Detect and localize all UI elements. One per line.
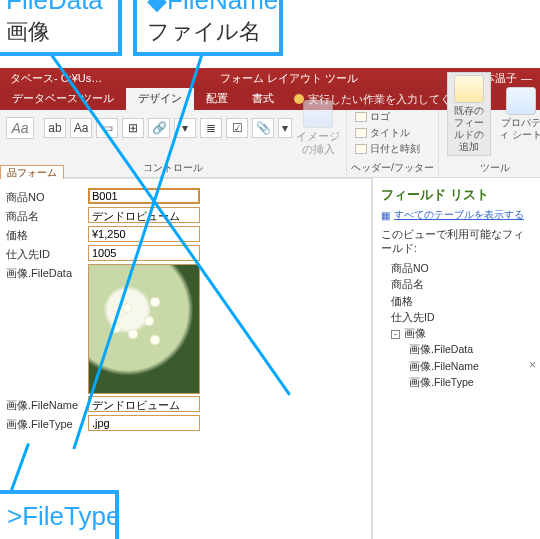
hf-title-button[interactable]: タイトル bbox=[355, 126, 420, 140]
contextual-tool-title: フォーム レイアウト ツール bbox=[112, 71, 465, 86]
open-form-tab[interactable]: 品フォーム bbox=[0, 165, 64, 179]
controls-gallery-more-icon[interactable]: ▾ bbox=[278, 118, 292, 138]
title-icon bbox=[355, 128, 367, 138]
form-design-surface[interactable]: 商品NO B001 商品名 デンドロビューム 価格 ¥1,250 仕入先ID 1… bbox=[0, 178, 372, 539]
hf-title-label: タイトル bbox=[370, 126, 410, 140]
tables-icon: ▦ bbox=[381, 210, 390, 221]
label-supplier[interactable]: 仕入先ID bbox=[6, 245, 88, 262]
add-field-icon bbox=[454, 75, 484, 103]
field-item-image-label: 画像 bbox=[404, 327, 426, 339]
available-fields-heading: このビューで利用可能なフィールド: bbox=[381, 228, 532, 256]
field-item-image-parent[interactable]: -画像 bbox=[391, 325, 532, 341]
callout-filedata: FileData 画像 bbox=[0, 0, 122, 56]
property-sheet-label: プロパティ シート bbox=[499, 117, 540, 141]
control-textbox-icon[interactable]: ab bbox=[44, 118, 66, 138]
field-list-pane: × フィールド リスト ▦ すべてのテーブルを表示する このビューで利用可能なフ… bbox=[372, 178, 540, 539]
label-img-filename[interactable]: 画像.FileName bbox=[6, 396, 88, 413]
tree-collapse-icon[interactable]: - bbox=[391, 330, 400, 339]
label-img-filetype[interactable]: 画像.FileType bbox=[6, 415, 88, 432]
label-img-filedata[interactable]: 画像.FileData bbox=[6, 264, 88, 281]
group-tools-caption: ツール bbox=[439, 160, 540, 177]
callout-b-line1: ◆FileName bbox=[147, 0, 269, 18]
control-label-icon[interactable]: Aa bbox=[70, 118, 92, 138]
insert-image-label: イメージの挿入 bbox=[296, 130, 340, 156]
callout-a-line1: FileData bbox=[6, 0, 108, 18]
hf-logo-label: ロゴ bbox=[370, 110, 390, 124]
control-link-icon[interactable]: 🔗 bbox=[148, 118, 170, 138]
control-attachment-icon[interactable]: 📎 bbox=[252, 118, 274, 138]
callout-c-line1: >FileType bbox=[7, 500, 105, 534]
field-item-image-filetype[interactable]: 画像.FileType bbox=[391, 374, 532, 390]
callout-filetype: >FileType bbox=[0, 490, 119, 539]
insert-image-button[interactable]: イメージの挿入 bbox=[296, 100, 340, 156]
label-product-no[interactable]: 商品NO bbox=[6, 188, 88, 205]
field-list-title: フィールド リスト bbox=[381, 186, 532, 204]
open-form-tab-label: 品フォーム bbox=[7, 167, 57, 178]
font-sample-icon[interactable]: Aa bbox=[6, 117, 34, 139]
field-item-no[interactable]: 商品NO bbox=[391, 260, 532, 276]
show-all-tables-link[interactable]: ▦ すべてのテーブルを表示する bbox=[381, 208, 532, 222]
field-img-filename[interactable]: デンドロビューム1.jpg bbox=[88, 396, 200, 412]
flower-photo-placeholder bbox=[89, 265, 199, 393]
control-tab-icon[interactable]: ⊞ bbox=[122, 118, 144, 138]
logo-icon bbox=[355, 112, 367, 122]
hf-datetime-label: 日付と時刻 bbox=[370, 142, 420, 156]
field-supplier[interactable]: 1005 bbox=[88, 245, 200, 261]
field-img-filetype[interactable]: .jpg bbox=[88, 415, 200, 431]
callout-b-line2: ファイル名 bbox=[147, 18, 269, 47]
add-existing-fields-button[interactable]: 既存のフィールドの追加 bbox=[447, 72, 491, 156]
control-listbox-icon[interactable]: ≣ bbox=[200, 118, 222, 138]
callout-a-line2: 画像 bbox=[6, 18, 108, 47]
db-filename: タベース- C:¥Us… bbox=[0, 71, 112, 86]
field-item-image-filename[interactable]: 画像.FileName bbox=[391, 358, 532, 374]
field-product-name[interactable]: デンドロビューム bbox=[88, 207, 200, 223]
datetime-icon bbox=[355, 144, 367, 154]
show-all-tables-label: すべてのテーブルを表示する bbox=[394, 208, 524, 222]
control-checkbox-icon[interactable]: ☑ bbox=[226, 118, 248, 138]
group-hf-caption: ヘッダー/フッター bbox=[347, 160, 438, 177]
field-item-name[interactable]: 商品名 bbox=[391, 276, 532, 292]
ribbon: Aa ab Aa ▭ ⊞ 🔗 ▾ ≣ ☑ 📎 ▾ イメージの挿入 コントロール … bbox=[0, 110, 540, 178]
hf-datetime-button[interactable]: 日付と時刻 bbox=[355, 142, 420, 156]
field-item-supplier[interactable]: 仕入先ID bbox=[391, 309, 532, 325]
add-existing-label: 既存のフィールドの追加 bbox=[450, 105, 488, 153]
close-pane-icon[interactable]: × bbox=[529, 358, 536, 372]
label-price[interactable]: 価格 bbox=[6, 226, 88, 243]
field-item-image-filedata[interactable]: 画像.FileData bbox=[391, 341, 532, 357]
property-sheet-button[interactable]: プロパティ シート bbox=[499, 87, 540, 141]
property-sheet-icon bbox=[506, 87, 536, 115]
field-item-price[interactable]: 価格 bbox=[391, 293, 532, 309]
hf-logo-button[interactable]: ロゴ bbox=[355, 110, 420, 124]
image-icon bbox=[303, 100, 333, 128]
field-list-tree: 商品NO 商品名 価格 仕入先ID -画像 画像.FileData 画像.Fil… bbox=[381, 260, 532, 390]
callout-filename: ◆FileName ファイル名 bbox=[133, 0, 283, 56]
field-img-filedata[interactable] bbox=[88, 264, 200, 394]
label-product-name[interactable]: 商品名 bbox=[6, 207, 88, 224]
